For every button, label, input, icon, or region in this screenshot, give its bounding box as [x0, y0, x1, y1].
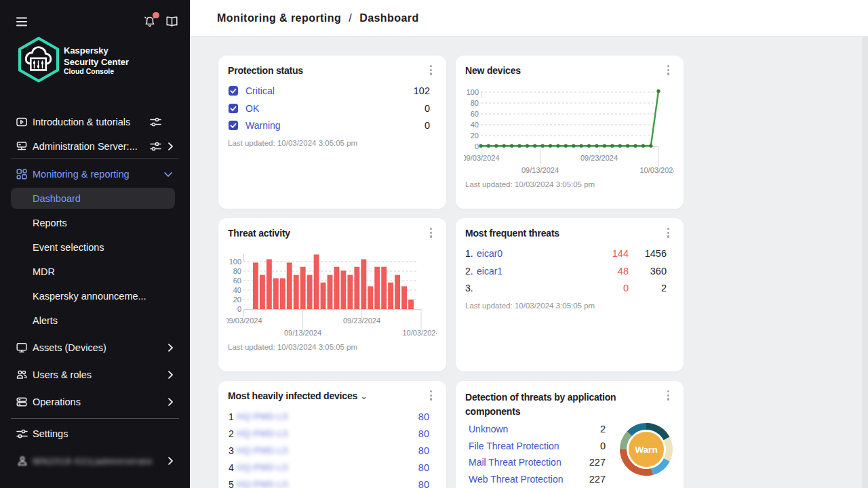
svg-text:10/03/2024: 10/03/2024 — [639, 166, 674, 174]
svg-text:60: 60 — [233, 277, 241, 285]
svg-text:09/03/2024: 09/03/2024 — [464, 154, 500, 162]
svg-text:09/23/2024: 09/23/2024 — [580, 154, 618, 162]
svg-text:20: 20 — [471, 131, 479, 140]
svg-text:0: 0 — [475, 142, 479, 150]
svg-text:Warn: Warn — [635, 445, 657, 455]
svg-text:80: 80 — [233, 267, 241, 275]
svg-text:40: 40 — [471, 121, 479, 129]
svg-text:80: 80 — [471, 99, 479, 107]
svg-text:09/23/2024: 09/23/2024 — [343, 317, 380, 325]
svg-text:09/13/2024: 09/13/2024 — [284, 329, 321, 337]
svg-text:09/13/2024: 09/13/2024 — [521, 166, 559, 174]
svg-text:10/03/2024: 10/03/2024 — [402, 329, 437, 337]
svg-text:09/03/2024: 09/03/2024 — [226, 317, 262, 325]
svg-text:60: 60 — [471, 110, 479, 118]
svg-text:100: 100 — [229, 258, 241, 266]
svg-text:20: 20 — [233, 296, 241, 304]
svg-text:40: 40 — [233, 286, 241, 294]
svg-text:0: 0 — [237, 305, 241, 313]
svg-text:100: 100 — [467, 88, 479, 96]
